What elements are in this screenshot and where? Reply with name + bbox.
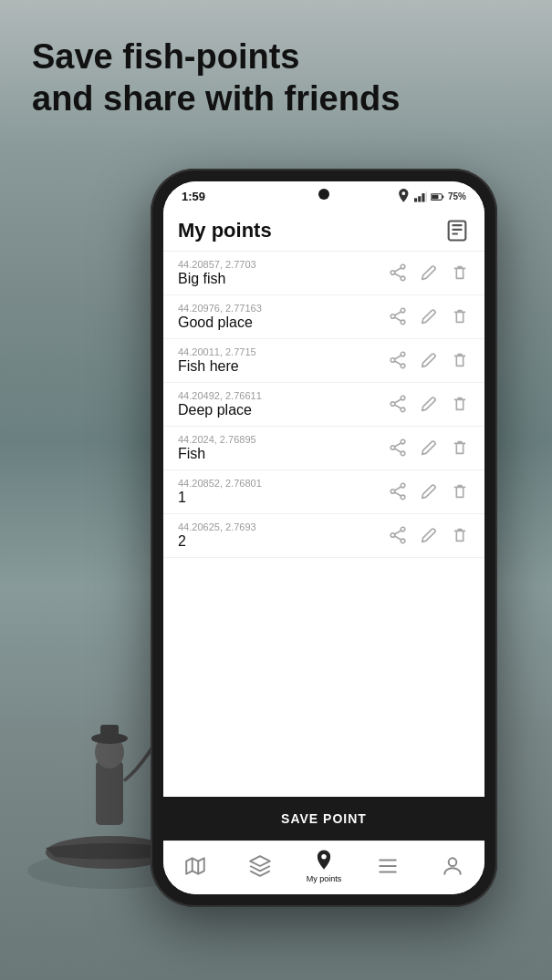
point-info-7: 44.20625, 2.7693 2	[178, 521, 388, 550]
save-list-icon[interactable]	[444, 218, 470, 243]
battery-icon	[431, 193, 444, 201]
nav-item-layers[interactable]	[227, 854, 291, 878]
svg-point-21	[391, 358, 395, 363]
point-name-1: Big fish	[178, 271, 388, 287]
svg-rect-11	[443, 195, 443, 198]
share-icon-6[interactable]	[388, 481, 408, 501]
point-info-3: 44.20011, 2.7715 Fish here	[178, 346, 388, 375]
point-actions-2	[388, 306, 470, 326]
svg-point-20	[401, 352, 405, 356]
svg-point-32	[401, 527, 405, 531]
status-icons: 75%	[397, 189, 466, 205]
point-coords-1: 44.20857, 2.7703	[178, 259, 388, 270]
app-header: My points	[163, 209, 484, 252]
svg-rect-9	[425, 191, 427, 202]
point-actions-6	[388, 481, 470, 501]
svg-point-27	[391, 446, 395, 450]
point-item-3: 44.20011, 2.7715 Fish here	[163, 339, 484, 383]
heading-line1: Save fish-points	[32, 37, 300, 76]
location-icon	[397, 189, 411, 205]
heading-area: Save fish-points and share with friends	[0, 27, 552, 129]
share-icon-4[interactable]	[388, 394, 408, 414]
map-icon	[183, 854, 207, 878]
svg-rect-2	[96, 761, 123, 825]
share-icon-7[interactable]	[388, 525, 408, 545]
svg-point-33	[391, 533, 395, 538]
svg-point-25	[401, 407, 405, 412]
svg-point-22	[401, 364, 405, 368]
edit-icon-7[interactable]	[419, 525, 439, 545]
nav-item-mypoints[interactable]: My points	[292, 849, 356, 883]
svg-point-26	[401, 439, 405, 444]
heading-line2: and share with friends	[32, 79, 400, 118]
point-item-4: 44.20492, 2.76611 Deep place	[163, 383, 484, 427]
point-item-5: 44.2024, 2.76895 Fish	[163, 427, 484, 470]
save-point-button[interactable]: SAVE POINT	[163, 797, 484, 841]
nav-item-menu[interactable]	[356, 854, 420, 878]
svg-point-29	[401, 483, 405, 488]
delete-icon-2[interactable]	[450, 306, 470, 326]
nav-item-map[interactable]	[163, 854, 227, 878]
svg-point-23	[401, 396, 405, 400]
delete-icon-7[interactable]	[450, 525, 470, 545]
point-info-4: 44.20492, 2.76611 Deep place	[178, 390, 388, 418]
point-coords-2: 44.20976, 2.77163	[178, 303, 388, 314]
svg-point-28	[401, 451, 405, 456]
edit-icon-5[interactable]	[419, 438, 439, 458]
mypoints-label: My points	[307, 874, 342, 883]
delete-icon-3[interactable]	[450, 350, 470, 370]
point-name-2: Good place	[178, 315, 388, 331]
profile-icon	[441, 854, 464, 878]
share-icon-3[interactable]	[388, 350, 408, 370]
point-coords-3: 44.20011, 2.7715	[178, 346, 388, 357]
edit-icon-3[interactable]	[419, 350, 439, 370]
share-icon-5[interactable]	[388, 438, 408, 458]
nav-item-profile[interactable]	[421, 854, 484, 878]
delete-icon-1[interactable]	[450, 263, 470, 283]
svg-rect-5	[100, 725, 119, 739]
delete-icon-4[interactable]	[450, 394, 470, 414]
edit-icon-2[interactable]	[419, 306, 439, 326]
layers-icon	[248, 854, 272, 878]
point-item-6: 44.20852, 2.76801 1	[163, 470, 484, 514]
phone-screen: 1:59 75%	[163, 181, 484, 894]
status-time: 1:59	[182, 190, 205, 203]
svg-point-16	[401, 276, 405, 281]
mypoints-icon	[312, 849, 336, 872]
delete-icon-5[interactable]	[450, 438, 470, 458]
point-info-5: 44.2024, 2.76895 Fish	[178, 434, 388, 462]
point-coords-7: 44.20625, 2.7693	[178, 521, 388, 532]
svg-rect-8	[422, 193, 424, 201]
point-coords-6: 44.20852, 2.76801	[178, 478, 388, 489]
svg-point-30	[391, 490, 395, 494]
edit-icon-6[interactable]	[419, 481, 439, 501]
point-actions-3	[388, 350, 470, 370]
point-coords-5: 44.2024, 2.76895	[178, 434, 388, 445]
svg-point-19	[401, 320, 405, 325]
point-item-1: 44.20857, 2.7703 Big fish	[163, 252, 484, 295]
point-name-5: Fish	[178, 446, 388, 462]
svg-rect-13	[449, 221, 466, 240]
point-info-2: 44.20976, 2.77163 Good place	[178, 303, 388, 331]
camera-notch	[318, 189, 329, 200]
svg-rect-12	[432, 195, 438, 199]
phone-frame: 1:59 75%	[151, 169, 497, 907]
svg-point-31	[401, 495, 405, 500]
battery-percent: 75%	[448, 191, 466, 201]
heading-text: Save fish-points and share with friends	[18, 36, 534, 119]
point-name-4: Deep place	[178, 402, 388, 418]
share-icon-2[interactable]	[388, 306, 408, 326]
point-info-6: 44.20852, 2.76801 1	[178, 478, 388, 506]
points-list: 44.20857, 2.7703 Big fish	[163, 252, 484, 797]
edit-icon-1[interactable]	[419, 263, 439, 283]
point-info-1: 44.20857, 2.7703 Big fish	[178, 259, 388, 287]
point-actions-5	[388, 438, 470, 458]
edit-icon-4[interactable]	[419, 394, 439, 414]
svg-point-14	[401, 264, 405, 269]
point-item-7: 44.20625, 2.7693 2	[163, 514, 484, 558]
point-actions-1	[388, 263, 470, 283]
delete-icon-6[interactable]	[450, 481, 470, 501]
share-icon-1[interactable]	[388, 263, 408, 283]
svg-point-17	[401, 308, 405, 313]
app-title: My points	[178, 219, 272, 242]
